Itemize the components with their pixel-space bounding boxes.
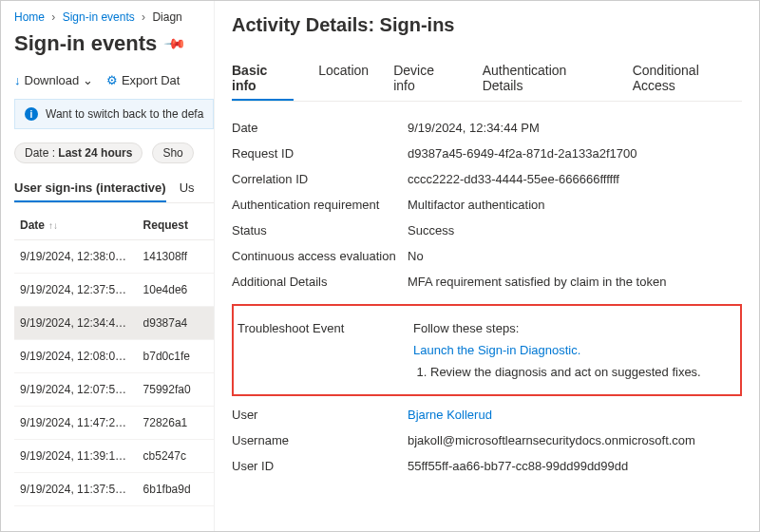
page-title: Sign-in events	[14, 31, 157, 56]
cell-request: 141308ff	[138, 240, 214, 274]
table-row[interactable]: 9/19/2024, 11:47:23 ...72826a1	[14, 407, 214, 440]
cell-date: 9/19/2024, 12:34:44 ...	[14, 307, 138, 340]
filter-date[interactable]: Date : Last 24 hours	[14, 142, 142, 163]
panel-title: Activity Details: Sign-ins	[232, 14, 742, 36]
cell-request: cb5247c	[138, 440, 214, 473]
tab-other[interactable]: Us	[180, 175, 195, 202]
table-row[interactable]: 9/19/2024, 12:07:56 ...75992fa0	[14, 373, 214, 407]
sort-icon: ↑↓	[48, 220, 58, 231]
details-panel: Activity Details: Sign-ins Basic info Lo…	[215, 1, 759, 531]
field-correlation-id: Correlation IDcccc2222-dd33-4444-55ee-66…	[232, 166, 742, 192]
pin-icon[interactable]: 📌	[163, 31, 188, 56]
chevron-right-icon: ›	[51, 10, 55, 24]
troubleshoot-intro: Follow these steps:	[413, 321, 736, 335]
left-pane: Home › Sign-in events › Diagn Sign-in ev…	[1, 1, 215, 531]
info-banner[interactable]: i Want to switch back to the defa	[14, 99, 214, 129]
cell-request: d9387a4	[138, 307, 214, 340]
cell-date: 9/19/2024, 12:08:05 ...	[14, 340, 138, 373]
field-user-id: User ID55ff55ff-aa66-bb77-cc88-99dd99dd9…	[232, 453, 742, 479]
field-additional-details: Additional DetailsMFA requirement satisf…	[232, 269, 742, 294]
tab-conditional-access[interactable]: Conditional Access	[633, 57, 742, 101]
user-link[interactable]: Bjarne Kollerud	[408, 408, 492, 422]
table-row[interactable]: 9/19/2024, 12:38:04 ...141308ff	[14, 240, 214, 274]
troubleshoot-section: Troubleshoot Event Follow these steps: L…	[232, 304, 742, 396]
troubleshoot-step: Review the diagnosis and act on suggeste…	[430, 365, 736, 379]
breadcrumb-current: Diagn	[152, 10, 181, 24]
panel-tabs: Basic info Location Device info Authenti…	[232, 57, 742, 102]
chevron-down-icon: ⌄	[83, 73, 93, 87]
field-request-id: Request IDd9387a45-6949-4f2a-871d-2a133a…	[232, 141, 742, 166]
info-icon: i	[25, 107, 38, 121]
signin-table: Date↑↓ Request 9/19/2024, 12:38:04 ...14…	[14, 211, 214, 506]
cell-date: 9/19/2024, 12:37:57 ...	[14, 274, 138, 307]
cell-request: 75992fa0	[138, 373, 214, 407]
table-row[interactable]: 9/19/2024, 11:37:54 ...6b1fba9d	[14, 473, 214, 506]
cell-date: 9/19/2024, 11:37:54 ...	[14, 473, 138, 506]
field-status: StatusSuccess	[232, 218, 742, 243]
toolbar: ↓Download ⌄ ⚙Export Dat	[14, 73, 214, 87]
tab-interactive[interactable]: User sign-ins (interactive)	[14, 175, 166, 202]
tab-device-info[interactable]: Device info	[393, 57, 458, 101]
table-row[interactable]: 9/19/2024, 11:39:13 ...cb5247c	[14, 440, 214, 473]
field-auth-requirement: Authentication requirementMultifactor au…	[232, 192, 742, 218]
chevron-right-icon: ›	[142, 10, 145, 24]
export-button[interactable]: ⚙Export Dat	[106, 73, 180, 87]
cell-request: 10e4de6	[138, 274, 214, 307]
table-row[interactable]: 9/19/2024, 12:08:05 ...b7d0c1fe	[14, 340, 214, 373]
field-username: Usernamebjakoll@microsoftlearnsecuritydo…	[232, 428, 742, 453]
breadcrumb-signin[interactable]: Sign-in events	[63, 10, 135, 24]
col-request[interactable]: Request	[138, 211, 214, 240]
download-button[interactable]: ↓Download ⌄	[14, 73, 93, 87]
cell-date: 9/19/2024, 12:07:56 ...	[14, 373, 138, 407]
filter-show[interactable]: Sho	[152, 142, 193, 163]
download-icon: ↓	[14, 73, 21, 87]
launch-diagnostic-link[interactable]: Launch the Sign-in Diagnostic.	[413, 343, 580, 357]
table-row[interactable]: 9/19/2024, 12:34:44 ...d9387a4	[14, 307, 214, 340]
cell-request: b7d0c1fe	[138, 340, 214, 373]
cell-date: 9/19/2024, 12:38:04 ...	[14, 240, 138, 274]
cell-request: 6b1fba9d	[138, 473, 214, 506]
cell-request: 72826a1	[138, 407, 214, 440]
tab-location[interactable]: Location	[318, 57, 369, 101]
troubleshoot-label: Troubleshoot Event	[238, 321, 413, 379]
cell-date: 9/19/2024, 11:39:13 ...	[14, 440, 138, 473]
filter-row: Date : Last 24 hours Sho	[14, 142, 214, 163]
tab-auth-details[interactable]: Authentication Details	[483, 57, 608, 101]
field-user: UserBjarne Kollerud	[232, 402, 742, 428]
left-tabs: User sign-ins (interactive) Us	[14, 175, 214, 203]
table-row[interactable]: 9/19/2024, 12:37:57 ...10e4de6	[14, 274, 214, 307]
cell-date: 9/19/2024, 11:47:23 ...	[14, 407, 138, 440]
col-date[interactable]: Date↑↓	[14, 211, 138, 240]
breadcrumb-home[interactable]: Home	[14, 10, 45, 24]
field-cae: Continuous access evaluationNo	[232, 243, 742, 269]
gear-icon: ⚙	[106, 73, 118, 87]
info-text: Want to switch back to the defa	[46, 107, 203, 121]
field-date: Date9/19/2024, 12:34:44 PM	[232, 115, 742, 141]
tab-basic-info[interactable]: Basic info	[232, 57, 294, 101]
breadcrumb: Home › Sign-in events › Diagn	[14, 10, 214, 24]
